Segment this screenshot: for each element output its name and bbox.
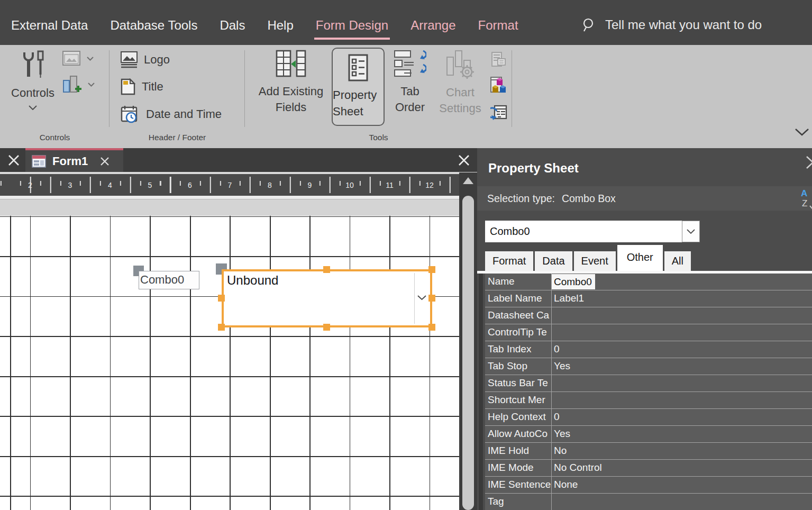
resize-handle-left[interactable] bbox=[218, 295, 225, 302]
property-row[interactable]: IME Sentence None bbox=[485, 477, 812, 494]
property-row[interactable]: Tag bbox=[485, 494, 812, 510]
property-value[interactable] bbox=[552, 324, 812, 341]
view-code-model-button[interactable] bbox=[490, 76, 508, 94]
sort-az-button[interactable]: A Z bbox=[798, 187, 812, 211]
ribbon-tab[interactable]: Format bbox=[467, 0, 530, 45]
vertical-scrollbar[interactable] bbox=[459, 172, 477, 510]
document-tab-form1[interactable]: Form1 bbox=[25, 148, 123, 172]
tab-order-button[interactable]: Tab Order bbox=[388, 50, 432, 115]
resize-handle-bottom-right[interactable] bbox=[428, 324, 435, 331]
property-sheet-button-label: Property Sheet bbox=[333, 87, 384, 120]
property-row[interactable]: IME Mode No Control bbox=[485, 460, 812, 477]
insert-image-button[interactable] bbox=[62, 51, 94, 67]
ruler-bottom-edge bbox=[0, 196, 459, 199]
property-name: ControlTip Te bbox=[485, 324, 552, 341]
add-existing-fields-button[interactable]: Add Existing Fields bbox=[254, 50, 328, 115]
property-row[interactable]: Label Name Label1 bbox=[485, 290, 812, 307]
property-tab[interactable]: Format bbox=[485, 251, 533, 271]
property-tab[interactable]: Other bbox=[617, 245, 663, 271]
ribbon-tab[interactable]: Help bbox=[256, 0, 304, 45]
property-value[interactable]: Combo0 bbox=[552, 274, 812, 290]
property-value[interactable]: Label1 bbox=[552, 290, 812, 307]
ribbon-tab[interactable]: Database Tools bbox=[99, 0, 208, 45]
property-value[interactable]: Yes bbox=[552, 358, 812, 375]
property-tab[interactable]: All bbox=[664, 251, 691, 271]
access-window: External DataDatabase ToolsDalsHelpForm … bbox=[0, 0, 812, 510]
combo-dropdown-separator bbox=[414, 273, 415, 324]
property-value[interactable]: None bbox=[552, 477, 812, 493]
ribbon-tab[interactable]: Form Design bbox=[305, 0, 399, 45]
tab-order-icon bbox=[394, 50, 426, 78]
close-document-button[interactable] bbox=[456, 152, 472, 168]
property-value-text: Label1 bbox=[554, 293, 584, 304]
chevron-down-icon bbox=[29, 105, 37, 110]
resize-handle-top-right[interactable] bbox=[428, 266, 435, 273]
property-value[interactable]: 0 bbox=[552, 341, 812, 358]
property-name: Tab Stop bbox=[485, 358, 552, 375]
property-row[interactable]: Tab Index 0 bbox=[485, 341, 812, 358]
property-row[interactable]: Shortcut Mer bbox=[485, 392, 812, 409]
property-row[interactable]: Help Context 0 bbox=[485, 409, 812, 426]
property-value[interactable] bbox=[552, 307, 812, 324]
resize-handle-top[interactable] bbox=[323, 266, 330, 273]
resize-handle-bottom-left[interactable] bbox=[218, 324, 225, 331]
insert-modern-chart-button[interactable] bbox=[62, 74, 95, 95]
subform-in-new-window-button[interactable] bbox=[490, 50, 508, 68]
property-value[interactable] bbox=[552, 392, 812, 408]
property-name: Label Name bbox=[485, 290, 552, 307]
chart-settings-button[interactable]: Chart Settings bbox=[435, 50, 486, 116]
scroll-up-arrow[interactable] bbox=[463, 177, 473, 184]
property-value[interactable]: No bbox=[552, 443, 812, 459]
label-control-combo0[interactable]: Combo0 bbox=[139, 271, 199, 289]
ribbon-tab-bar: External DataDatabase ToolsDalsHelpForm … bbox=[0, 0, 812, 45]
combo-box-control[interactable]: Unbound bbox=[222, 269, 432, 327]
ribbon-tab[interactable]: External Data bbox=[0, 0, 99, 45]
ruler-numbers: 23456789101112 bbox=[0, 174, 459, 196]
ruler-number: 2 bbox=[28, 181, 32, 189]
scrollbar-thumb[interactable] bbox=[462, 196, 474, 510]
document-tab-strip: Form1 bbox=[0, 148, 479, 172]
controls-gallery-button[interactable]: Controls bbox=[7, 49, 58, 110]
property-row[interactable]: Status Bar Te bbox=[485, 375, 812, 392]
property-tab[interactable]: Event bbox=[574, 251, 616, 271]
ruler-number: 11 bbox=[386, 181, 394, 189]
collapse-ribbon-button[interactable] bbox=[795, 128, 809, 136]
property-row[interactable]: Datasheet Ca bbox=[485, 307, 812, 324]
logo-button[interactable]: Logo bbox=[121, 51, 170, 68]
tell-me-search[interactable]: Tell me what you want to do bbox=[581, 0, 762, 45]
sort-a-glyph: A bbox=[801, 188, 807, 199]
close-tab-icon[interactable] bbox=[99, 156, 110, 167]
property-value[interactable] bbox=[552, 494, 812, 510]
property-row[interactable]: Name Combo0 bbox=[485, 274, 812, 290]
convert-macros-button[interactable] bbox=[490, 104, 508, 122]
property-value[interactable]: Yes bbox=[552, 426, 812, 442]
property-tab[interactable]: Data bbox=[535, 251, 572, 271]
resize-handle-bottom[interactable] bbox=[323, 324, 330, 331]
form-design-canvas[interactable]: Combo0 Unbound bbox=[0, 216, 459, 510]
property-sheet-icon bbox=[348, 54, 369, 81]
close-all-button[interactable] bbox=[6, 153, 21, 168]
property-row[interactable]: ControlTip Te bbox=[485, 324, 812, 341]
property-name: Datasheet Ca bbox=[485, 307, 552, 324]
combo-dropdown-arrow[interactable] bbox=[417, 295, 427, 300]
resize-handle-right[interactable] bbox=[428, 295, 435, 302]
title-button[interactable]: Title bbox=[121, 78, 163, 95]
panel-expand-icon[interactable] bbox=[805, 156, 812, 169]
control-selector-dropdown-button[interactable] bbox=[682, 221, 700, 242]
property-value[interactable]: No Control bbox=[552, 460, 812, 476]
group-divider bbox=[244, 50, 245, 127]
property-value-text: Yes bbox=[554, 360, 570, 371]
property-sheet-button[interactable]: Property Sheet bbox=[332, 48, 385, 126]
ribbon-tab[interactable]: Arrange bbox=[399, 0, 467, 45]
header-footer-group-label: Header / Footer bbox=[110, 131, 245, 144]
ruler-number: 6 bbox=[188, 181, 192, 189]
property-value[interactable] bbox=[552, 375, 812, 391]
property-value[interactable]: 0 bbox=[552, 409, 812, 425]
ribbon-tab[interactable]: Dals bbox=[208, 0, 256, 45]
control-selector-combobox[interactable]: Combo0 bbox=[485, 221, 682, 242]
property-row[interactable]: Allow AutoCo Yes bbox=[485, 426, 812, 443]
property-sheet-title: Property Sheet bbox=[488, 161, 579, 176]
date-time-button[interactable]: Date and Time bbox=[121, 105, 222, 124]
property-row[interactable]: Tab Stop Yes bbox=[485, 358, 812, 375]
property-row[interactable]: IME Hold No bbox=[485, 443, 812, 460]
